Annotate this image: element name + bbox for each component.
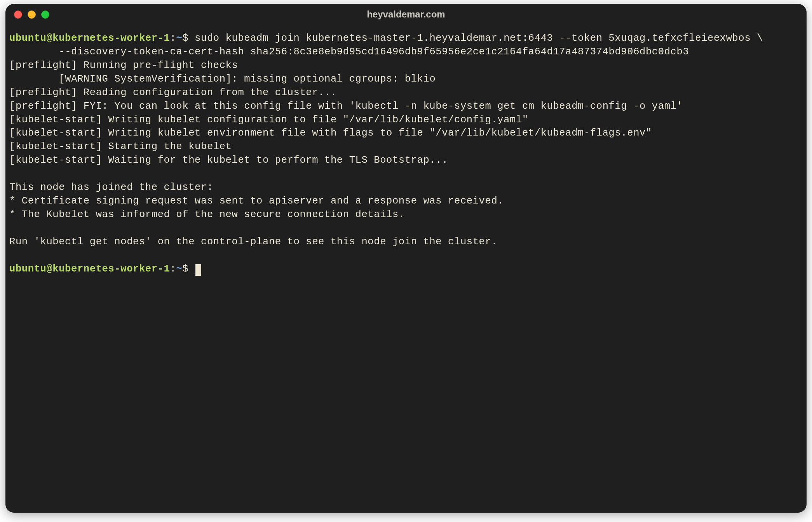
prompt-separator: : [170,263,176,275]
close-icon[interactable] [14,10,22,19]
prompt-path: ~ [176,33,182,44]
cursor-icon [195,264,201,276]
command-text-1 [188,33,195,44]
zoom-icon[interactable] [41,10,49,19]
prompt-symbol: $ [182,263,188,275]
prompt-line-2: ubuntu@kubernetes-worker-1:~$ [9,263,804,276]
command-line-2: --discovery-token-ca-cert-hash sha256:8c… [9,46,689,57]
minimize-icon[interactable] [28,10,36,19]
prompt-user-host: ubuntu@kubernetes-worker-1 [9,33,170,44]
window-title: heyvaldemar.com [5,9,807,20]
prompt-symbol: $ [182,33,188,44]
terminal-window: heyvaldemar.com ubuntu@kubernetes-worker… [5,4,807,513]
terminal-body[interactable]: ubuntu@kubernetes-worker-1:~$ sudo kubea… [5,25,807,513]
command-output: [preflight] Running pre-flight checks [W… [9,60,683,247]
prompt-line-1: ubuntu@kubernetes-worker-1:~$ sudo kubea… [9,32,804,45]
prompt-user-host: ubuntu@kubernetes-worker-1 [9,263,170,275]
command-line-1: sudo kubeadm join kubernetes-master-1.he… [195,33,763,44]
prompt-separator: : [170,33,176,44]
prompt-path: ~ [176,263,182,275]
window-controls [14,10,49,19]
titlebar: heyvaldemar.com [5,4,807,25]
